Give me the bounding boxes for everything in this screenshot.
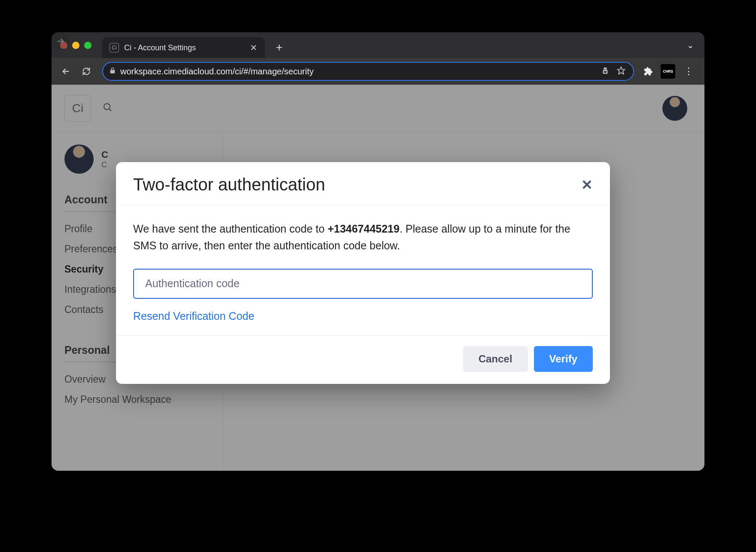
tabs-dropdown-icon[interactable]: ⌄ bbox=[687, 40, 694, 50]
browser-tab[interactable]: Ci Ci - Account Settings ✕ bbox=[102, 37, 265, 58]
browser-toolbar: workspace.cimediacloud.com/ci/#/manage/s… bbox=[52, 58, 704, 85]
url-text: workspace.cimediacloud.com/ci/#/manage/s… bbox=[120, 67, 595, 77]
arrow-right-icon bbox=[56, 37, 65, 46]
modal-footer: Cancel Verify bbox=[116, 335, 610, 384]
titlebar: Ci Ci - Account Settings ✕ ＋ ⌄ bbox=[52, 32, 704, 58]
modal-body: We have sent the authentication code to … bbox=[116, 206, 610, 335]
minimize-window-button[interactable] bbox=[72, 42, 79, 49]
share-icon[interactable] bbox=[600, 67, 611, 77]
modal-msg-prefix: We have sent the authentication code to bbox=[133, 223, 328, 235]
reload-button[interactable] bbox=[77, 62, 95, 80]
modal-title: Two-factor authentication bbox=[133, 175, 325, 194]
extensions-icon[interactable] bbox=[641, 64, 655, 79]
back-button[interactable] bbox=[57, 62, 75, 80]
toolbar-right: CHRS ⋮ bbox=[641, 64, 699, 79]
auth-code-input[interactable] bbox=[133, 269, 593, 299]
close-tab-icon[interactable]: ✕ bbox=[250, 43, 257, 53]
lock-icon bbox=[109, 67, 116, 76]
arrow-left-icon bbox=[61, 67, 70, 76]
close-icon[interactable]: ✕ bbox=[581, 177, 593, 193]
new-tab-button[interactable]: ＋ bbox=[274, 40, 285, 55]
forward-button[interactable] bbox=[52, 32, 70, 50]
bookmark-star-icon[interactable] bbox=[615, 66, 627, 77]
address-bar[interactable]: workspace.cimediacloud.com/ci/#/manage/s… bbox=[102, 62, 634, 81]
browser-window: Ci Ci - Account Settings ✕ ＋ ⌄ workspace… bbox=[52, 32, 704, 471]
page: Ci C C Account Profile Preferences Secur… bbox=[52, 85, 704, 471]
svg-marker-0 bbox=[618, 67, 625, 74]
browser-menu-icon[interactable]: ⋮ bbox=[680, 66, 697, 77]
modal-header: Two-factor authentication ✕ bbox=[116, 162, 610, 206]
extension-badge[interactable]: CHRS bbox=[661, 64, 675, 79]
verify-button[interactable]: Verify bbox=[534, 346, 593, 372]
resend-code-link[interactable]: Resend Verification Code bbox=[133, 310, 254, 322]
tab-title: Ci - Account Settings bbox=[124, 43, 245, 52]
maximize-window-button[interactable] bbox=[84, 42, 91, 49]
tfa-modal: Two-factor authentication ✕ We have sent… bbox=[116, 162, 610, 384]
modal-phone: +13467445219 bbox=[328, 223, 400, 235]
cancel-button[interactable]: Cancel bbox=[463, 346, 528, 372]
reload-icon bbox=[82, 67, 91, 76]
tab-favicon-icon: Ci bbox=[110, 43, 119, 52]
modal-message: We have sent the authentication code to … bbox=[133, 221, 593, 254]
